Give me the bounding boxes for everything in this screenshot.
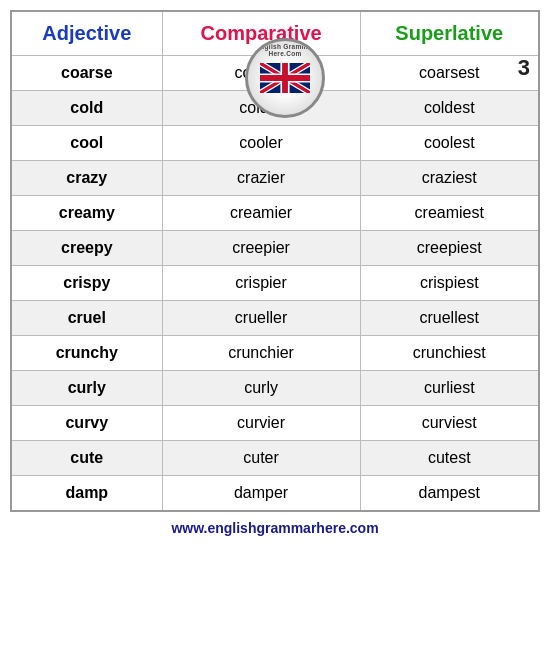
- table-row: cruelcruellercruellest: [11, 301, 539, 336]
- cell-superlative: creepiest: [360, 231, 539, 266]
- cell-comparative: creepier: [162, 231, 360, 266]
- cell-adjective: cool: [11, 126, 162, 161]
- cell-superlative: dampest: [360, 476, 539, 512]
- cell-comparative: crueller: [162, 301, 360, 336]
- table-row: curlycurlycurliest: [11, 371, 539, 406]
- cell-superlative: coarsest: [360, 56, 539, 91]
- cell-comparative: cuter: [162, 441, 360, 476]
- table-row: curvycurviercurviest: [11, 406, 539, 441]
- footer-url: www.englishgrammarhere.com: [171, 520, 378, 536]
- cell-adjective: cute: [11, 441, 162, 476]
- cell-comparative: crispier: [162, 266, 360, 301]
- cell-superlative: cutest: [360, 441, 539, 476]
- cell-comparative: damper: [162, 476, 360, 512]
- cell-superlative: craziest: [360, 161, 539, 196]
- table-row: dampdamperdampest: [11, 476, 539, 512]
- table-row: crispycrispiercrispiest: [11, 266, 539, 301]
- table-row: coolcoolercoolest: [11, 126, 539, 161]
- table-row: crunchycrunchiercrunchiest: [11, 336, 539, 371]
- page-number: 3: [518, 55, 530, 81]
- cell-superlative: coolest: [360, 126, 539, 161]
- cell-adjective: coarse: [11, 56, 162, 91]
- cell-adjective: crispy: [11, 266, 162, 301]
- table-row: creepycreepiercreepiest: [11, 231, 539, 266]
- cell-superlative: cruellest: [360, 301, 539, 336]
- cell-superlative: creamiest: [360, 196, 539, 231]
- cell-adjective: cruel: [11, 301, 162, 336]
- table-row: cutecutercutest: [11, 441, 539, 476]
- table-row: creamycreamiercreamiest: [11, 196, 539, 231]
- cell-superlative: curliest: [360, 371, 539, 406]
- cell-superlative: coldest: [360, 91, 539, 126]
- cell-adjective: creamy: [11, 196, 162, 231]
- header-adjective: Adjective: [11, 11, 162, 56]
- cell-adjective: crazy: [11, 161, 162, 196]
- cell-comparative: cooler: [162, 126, 360, 161]
- cell-adjective: damp: [11, 476, 162, 512]
- cell-adjective: crunchy: [11, 336, 162, 371]
- cell-superlative: crunchiest: [360, 336, 539, 371]
- cell-comparative: creamier: [162, 196, 360, 231]
- cell-comparative: curvier: [162, 406, 360, 441]
- cell-adjective: curvy: [11, 406, 162, 441]
- cell-comparative: crazier: [162, 161, 360, 196]
- cell-adjective: cold: [11, 91, 162, 126]
- cell-superlative: curviest: [360, 406, 539, 441]
- cell-adjective: curly: [11, 371, 162, 406]
- cell-superlative: crispiest: [360, 266, 539, 301]
- logo-badge: English Grammar Here.Com: [245, 38, 325, 118]
- cell-comparative: crunchier: [162, 336, 360, 371]
- table-row: crazycraziercraziest: [11, 161, 539, 196]
- cell-comparative: curly: [162, 371, 360, 406]
- header-superlative: Superlative: [360, 11, 539, 56]
- cell-adjective: creepy: [11, 231, 162, 266]
